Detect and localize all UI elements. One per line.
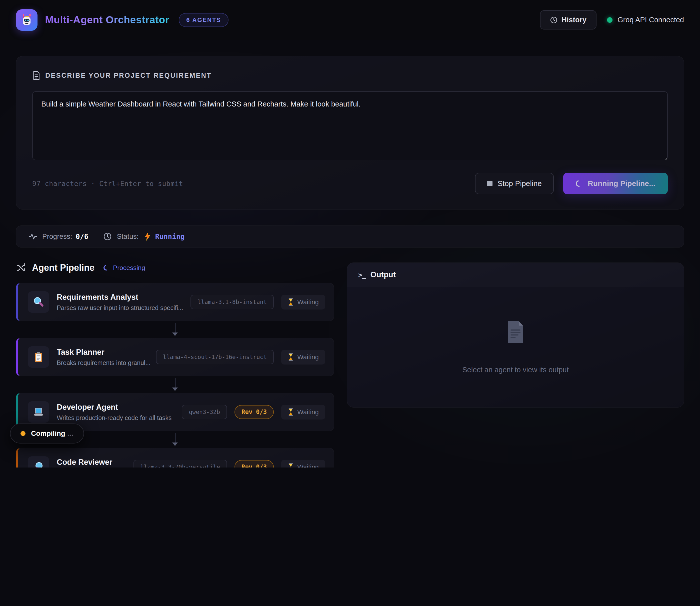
hourglass-icon <box>288 408 294 416</box>
requirement-footer: 97 characters · Ctrl+Enter to submit Sto… <box>32 173 668 194</box>
stop-icon <box>487 181 492 186</box>
magnifier-icon <box>28 456 49 467</box>
status-chip: Waiting <box>281 405 325 420</box>
agent-description: Breaks requirements into granul... <box>57 359 148 367</box>
lightning-bolt-icon <box>144 232 151 241</box>
pipeline-connector-arrow <box>16 376 334 393</box>
requirement-card: DESCRIBE YOUR PROJECT REQUIREMENT Build … <box>16 56 684 210</box>
output-panel: >_ Output Select an agent to view its ou… <box>347 262 684 407</box>
empty-document-icon <box>506 320 525 345</box>
header-actions: History Groq API Connected <box>540 10 684 29</box>
running-pipeline-label: Running Pipeline... <box>588 179 655 188</box>
pipeline-title: Agent Pipeline <box>32 262 94 273</box>
api-status-label: Groq API Connected <box>617 16 684 24</box>
agent-card-requirements-analyst[interactable]: Requirements Analyst Parses raw user inp… <box>16 283 334 321</box>
pipeline-connector-arrow <box>16 321 334 338</box>
model-badge: llama-3.3-70b-versatile <box>134 460 227 467</box>
status-value: Running <box>155 233 185 241</box>
magnifier-icon <box>28 291 49 313</box>
compiling-status-dot <box>21 431 25 436</box>
agent-info: Code Reviewer Reviews code for quality, … <box>57 458 126 468</box>
agent-info: Requirements Analyst Parses raw user inp… <box>57 293 183 311</box>
requirement-section-label: DESCRIBE YOUR PROJECT REQUIREMENT <box>45 72 212 79</box>
header-brand: Multi-Agent Orchestrator 6 AGENTS <box>16 9 229 31</box>
shuffle-icon <box>16 263 26 273</box>
history-label: History <box>561 16 586 24</box>
status-chip: Waiting <box>281 460 325 468</box>
agent-card-code-reviewer[interactable]: Code Reviewer Reviews code for quality, … <box>16 448 334 467</box>
output-title: Output <box>371 270 396 279</box>
api-status-dot <box>607 17 612 23</box>
laptop-icon <box>28 401 49 423</box>
compiling-toast-ellipsis: ... <box>68 429 73 438</box>
status-chip: Waiting <box>281 295 325 309</box>
status-label: Status: <box>117 233 139 240</box>
agent-name: Requirements Analyst <box>57 293 183 302</box>
requirement-section-header: DESCRIBE YOUR PROJECT REQUIREMENT <box>32 71 668 80</box>
hourglass-icon <box>288 298 294 306</box>
pipeline-state: Processing <box>103 264 145 272</box>
hourglass-icon <box>288 463 294 467</box>
terminal-prompt-icon: >_ <box>358 271 366 279</box>
history-button[interactable]: History <box>540 10 597 29</box>
robot-logo-icon <box>16 9 38 31</box>
agent-description: Parses raw user input into structured sp… <box>57 304 183 311</box>
clock-icon <box>550 16 558 24</box>
agent-status-label: Waiting <box>297 408 319 416</box>
main-content: DESCRIBE YOUR PROJECT REQUIREMENT Build … <box>0 56 700 467</box>
compiling-toast: Compiling ... <box>10 423 84 443</box>
app-title: Multi-Agent Orchestrator <box>45 14 169 26</box>
agent-status-label: Waiting <box>297 298 319 306</box>
robot-icon <box>20 13 34 27</box>
input-hint: 97 characters · Ctrl+Enter to submit <box>32 180 183 187</box>
model-badge: qwen3-32b <box>182 405 227 419</box>
stop-pipeline-button[interactable]: Stop Pipeline <box>475 173 554 194</box>
spinner-icon <box>575 179 583 188</box>
agent-status-label: Waiting <box>297 463 319 468</box>
output-header: >_ Output <box>347 263 684 287</box>
running-pipeline-button[interactable]: Running Pipeline... <box>563 173 668 194</box>
compiling-toast-label: Compiling <box>31 429 65 438</box>
agent-status-label: Waiting <box>297 353 319 361</box>
pipeline-header: Agent Pipeline Processing <box>16 262 334 273</box>
pipeline-state-label: Processing <box>113 264 145 272</box>
output-empty-message: Select an agent to view its output <box>462 366 569 374</box>
agent-info: Task Planner Breaks requirements into gr… <box>57 348 148 367</box>
stop-pipeline-label: Stop Pipeline <box>497 179 542 188</box>
document-icon <box>32 71 40 80</box>
agent-card-task-planner[interactable]: Task Planner Breaks requirements into gr… <box>16 338 334 376</box>
content-columns: Agent Pipeline Processing Requirements A… <box>16 262 684 467</box>
agents-count-badge: 6 AGENTS <box>179 13 229 27</box>
agent-name: Code Reviewer <box>57 458 126 467</box>
agent-info: Developer Agent Writes production-ready … <box>57 403 174 421</box>
model-badge: llama-4-scout-17b-16e-instruct <box>156 350 274 364</box>
agent-name: Developer Agent <box>57 403 174 412</box>
progress-status-bar: Progress: 0/6 Status: Running <box>16 226 684 248</box>
agent-description: Writes production-ready code for all tas… <box>57 414 174 421</box>
progress-label: Progress: <box>42 233 72 240</box>
activity-pulse-icon <box>29 232 37 241</box>
progress-value: 0/6 <box>76 233 89 241</box>
requirement-input[interactable]: Build a simple Weather Dashboard in Reac… <box>32 91 668 160</box>
clipboard-icon <box>28 346 49 368</box>
status-chip: Waiting <box>281 350 325 365</box>
app-header: Multi-Agent Orchestrator 6 AGENTS Histor… <box>0 0 700 40</box>
revision-badge: Rev 0/3 <box>234 460 274 467</box>
output-empty-state: Select an agent to view its output <box>347 287 684 407</box>
agent-name: Task Planner <box>57 348 148 357</box>
clock-icon <box>103 232 112 241</box>
hourglass-icon <box>288 353 294 361</box>
pipeline-buttons: Stop Pipeline Running Pipeline... <box>475 173 668 194</box>
spinner-icon <box>102 264 110 272</box>
revision-badge: Rev 0/3 <box>234 405 274 419</box>
output-column: >_ Output Select an agent to view its ou… <box>347 262 684 407</box>
model-badge: llama-3.1-8b-instant <box>190 295 274 309</box>
